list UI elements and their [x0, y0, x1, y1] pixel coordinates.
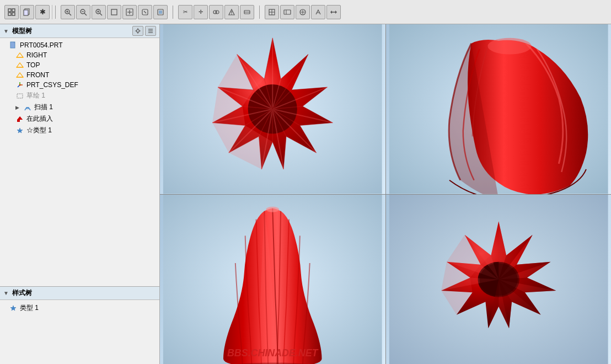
cross-btn[interactable]: ✛ [194, 5, 208, 19]
file-icon [9, 41, 18, 49]
viewport-top-left[interactable] [160, 24, 385, 194]
zoom-fit-btn[interactable] [61, 5, 75, 19]
menu-icon [147, 28, 154, 34]
viewport-top-left-svg [160, 24, 385, 194]
extra-icon4 [314, 8, 322, 16]
model-tree-settings-btn[interactable] [132, 26, 143, 36]
model-tree-header-icons [132, 26, 156, 36]
plane-icon-top [15, 61, 24, 69]
tree-item-type-label: ☆类型 1 [26, 126, 52, 135]
svg-text:BBS.CHINADE.NET: BBS.CHINADE.NET [227, 347, 319, 358]
sketch-icon [15, 92, 24, 100]
viewport-bottom-right[interactable] [386, 195, 612, 365]
sweep-expand-icon[interactable]: ▶ [15, 105, 21, 110]
extra-icon3 [299, 8, 307, 16]
extra-btn4[interactable] [311, 5, 325, 19]
extra-btn3[interactable] [296, 5, 310, 19]
svg-marker-56 [17, 63, 23, 67]
extra-btn5[interactable] [326, 5, 341, 19]
tree-item-top-label: TOP [26, 61, 40, 69]
svg-rect-1 [12, 9, 15, 12]
tree-item-sweep-label: 扫描 1 [34, 103, 53, 112]
settings-icon [135, 28, 141, 34]
svg-marker-67 [17, 116, 23, 120]
view-rotate-icon [141, 8, 149, 16]
type-icon [15, 127, 24, 135]
view-render-icon [157, 8, 164, 16]
model-tree-title: 模型树 [12, 26, 32, 36]
tree-item-sketch[interactable]: 草绘 1 [0, 90, 159, 101]
star-icon: ✱ [40, 8, 46, 16]
tree-item-top[interactable]: TOP [0, 60, 159, 70]
tree-item-prt[interactable]: PRT0054.PRT [0, 40, 159, 50]
extra-btn1[interactable] [265, 5, 279, 19]
svg-marker-54 [17, 53, 23, 57]
zoom-in-btn[interactable] [92, 5, 106, 19]
tool3-icon [212, 8, 220, 16]
tree-item-right[interactable]: RIGHT [0, 50, 159, 60]
toolbar-group-extra [262, 5, 343, 19]
style-tree-title: 样式树 [12, 288, 32, 298]
plane-icon-right [15, 51, 24, 59]
style-item-type-label: 类型 1 [20, 303, 39, 313]
svg-rect-24 [159, 10, 162, 14]
zoom-in-icon [95, 8, 103, 16]
grid-icon-btn[interactable] [4, 5, 19, 19]
tool5-btn[interactable] [240, 5, 254, 19]
view-pan-icon [126, 8, 133, 16]
svg-rect-0 [8, 9, 11, 12]
model-tree-triangle[interactable]: ▼ [3, 28, 9, 34]
tree-item-prt-label: PRT0054.PRT [20, 41, 63, 49]
svg-rect-65 [26, 107, 29, 109]
style-item-type[interactable]: 类型 1 [0, 302, 159, 314]
tree-item-csys[interactable]: PRT_CSYS_DEF [0, 80, 159, 90]
svg-rect-35 [284, 10, 291, 14]
model-tree-menu-btn[interactable] [145, 26, 156, 36]
view-rotate-btn[interactable] [138, 5, 152, 19]
viewport-bottom-left[interactable]: BBS.CHINADE.NET [160, 195, 385, 365]
viewport-top-right-svg [386, 24, 612, 194]
left-panel: ▼ 模型树 [0, 24, 160, 364]
scissors-btn[interactable]: ✂ [178, 5, 192, 19]
tree-item-sweep[interactable]: ▶ 扫描 1 [0, 101, 159, 113]
style-tree-header: ▼ 样式树 [0, 287, 159, 300]
extra-icon5 [330, 8, 337, 16]
zoom-fit-icon [64, 8, 72, 16]
toolbar-group-view [58, 5, 170, 19]
star-icon-btn[interactable]: ✱ [35, 5, 50, 19]
csys-icon [15, 81, 24, 89]
toolbar-group-tools: ✂ ✛ [176, 5, 256, 19]
tool4-btn[interactable] [224, 5, 239, 19]
tool3-btn[interactable] [209, 5, 223, 19]
extra-icon2 [283, 8, 291, 16]
svg-point-63 [19, 84, 21, 86]
tree-item-front-label: FRONT [26, 71, 49, 79]
copy-icon [23, 8, 31, 16]
view-render-btn[interactable] [153, 5, 168, 19]
viewport-bottom-left-svg: BBS.CHINADE.NET [160, 195, 385, 365]
toolbar-separator-3 [259, 6, 260, 19]
extra-btn2[interactable] [280, 5, 294, 19]
tree-item-insert[interactable]: 在此插入 [0, 113, 159, 125]
view-rect-btn[interactable] [107, 5, 121, 19]
copy-icon-btn[interactable] [20, 5, 34, 19]
viewport-area: BBS.CHINADE.NET [160, 24, 611, 364]
zoom-out-btn[interactable] [76, 5, 90, 19]
tree-item-type[interactable]: ☆类型 1 [0, 125, 159, 136]
tree-item-csys-label: PRT_CSYS_DEF [26, 81, 78, 89]
sweep-icon [23, 104, 32, 111]
svg-rect-3 [12, 13, 15, 15]
view-pan-btn[interactable] [122, 5, 137, 19]
svg-rect-64 [17, 94, 23, 98]
svg-point-71 [487, 38, 531, 55]
svg-line-14 [100, 13, 102, 15]
svg-marker-42 [335, 10, 337, 14]
model-tree-section: ▼ 模型树 [0, 24, 159, 287]
style-tree-content: 类型 1 [0, 300, 159, 364]
tree-item-front[interactable]: FRONT [0, 70, 159, 80]
grid-icon [8, 8, 15, 16]
svg-rect-17 [111, 9, 117, 15]
style-tree-triangle[interactable]: ▼ [3, 290, 9, 296]
viewport-top-right[interactable] [386, 24, 612, 194]
main-toolbar: ✱ [0, 0, 611, 24]
